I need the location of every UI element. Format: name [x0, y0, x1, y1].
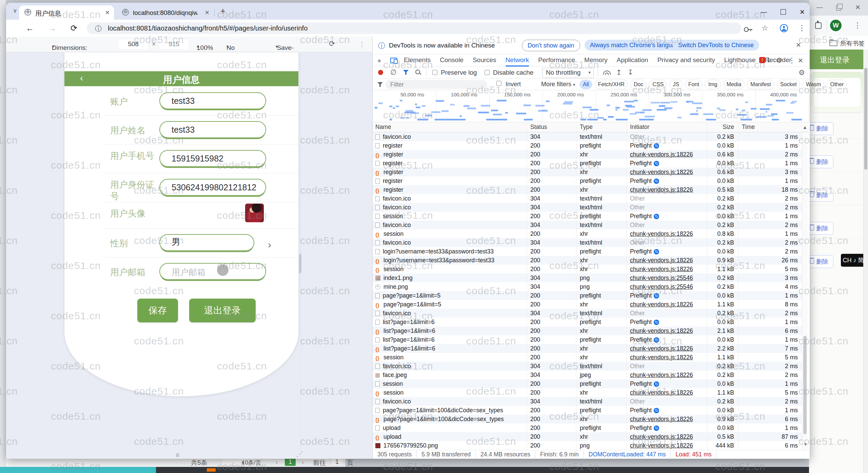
filter-toggle-icon[interactable]: [403, 70, 409, 75]
network-request-row[interactable]: register 200 xhr chunk-vendors.js:18226 …: [373, 168, 802, 176]
request-initiator-cell[interactable]: chunk-vendors.js:18226: [627, 300, 707, 309]
request-initiator-cell[interactable]: Other: [627, 132, 707, 141]
request-name-cell[interactable]: session: [373, 229, 527, 238]
viewport-width-input[interactable]: 508: [119, 39, 148, 49]
request-initiator-cell[interactable]: chunk-vendors.js:18226: [627, 326, 707, 335]
request-initiator-cell[interactable]: chunk-vendors.js:25546: [627, 282, 707, 291]
filter-chip[interactable]: Font: [685, 80, 703, 89]
name-input[interactable]: test33: [159, 121, 266, 138]
more-filters-button[interactable]: More filters ▾: [541, 81, 575, 88]
delete-button[interactable]: 删除: [806, 222, 833, 235]
filter-chip[interactable]: Fetch/XHR: [595, 80, 628, 89]
network-request-row[interactable]: index1.png 304 png chunk-vendors.js:2554…: [373, 273, 802, 282]
extensions-icon[interactable]: [815, 22, 822, 29]
preserve-log-checkbox[interactable]: [432, 70, 437, 75]
user-avatar-image[interactable]: [245, 204, 264, 222]
tab-user-info[interactable]: 用户信息 ✕: [19, 5, 114, 20]
network-request-row[interactable]: favicon.ico 304 text/html Other 0.2 kB 2…: [373, 203, 802, 212]
network-request-row[interactable]: mine.png 304 png chunk-vendors.js:25546 …: [373, 282, 802, 291]
network-request-row[interactable]: favicon.ico 304 text/html Other 0.2 kB 2…: [373, 397, 802, 406]
request-name-cell[interactable]: register: [373, 176, 527, 185]
devtools-tab[interactable]: Elements: [404, 54, 431, 67]
request-name-cell[interactable]: session: [373, 388, 527, 397]
network-request-row[interactable]: page?page=1&limit=100&dicCode=sex_types …: [373, 406, 802, 415]
email-input[interactable]: 用户邮箱: [159, 263, 266, 280]
network-request-row[interactable]: favicon.ico 304 text/html Other 0.2 kB 3…: [373, 132, 802, 141]
request-initiator-cell[interactable]: chunk-vendors.js:18226: [627, 265, 707, 273]
request-name-cell[interactable]: register: [373, 159, 527, 168]
request-name-cell[interactable]: favicon.ico: [373, 309, 527, 318]
request-name-cell[interactable]: list?page=1&limit=6: [373, 318, 527, 326]
request-name-cell[interactable]: list?page=1&limit=6: [373, 344, 527, 353]
devtools-tab[interactable]: Application: [617, 54, 648, 67]
devtools-tab[interactable]: Memory: [584, 54, 608, 67]
network-request-row[interactable]: register 200 preflight Preflight 0.0 kB …: [373, 141, 802, 150]
goto-page-input[interactable]: 1: [331, 458, 343, 466]
delete-button[interactable]: 删除: [806, 122, 833, 135]
rotate-viewport-icon[interactable]: ⟳: [329, 39, 335, 48]
network-request-row[interactable]: list?page=1&limit=6 200 preflight Prefli…: [373, 335, 802, 344]
column-type[interactable]: Type: [576, 122, 627, 132]
request-initiator-cell[interactable]: Preflight: [627, 335, 707, 344]
scrollbar-thumb[interactable]: [864, 68, 867, 170]
devtools-tab[interactable]: Network: [506, 54, 529, 67]
network-timeline-overview[interactable]: 50,000 ms100,000 ms150,000 ms200,000 ms2…: [373, 90, 810, 122]
network-request-row[interactable]: page?page=1&limit=5 200 preflight Prefli…: [373, 291, 802, 300]
column-initiator[interactable]: Initiator: [627, 122, 707, 132]
request-initiator-cell[interactable]: chunk-vendors.js:18226: [627, 353, 707, 362]
error-badge-icon[interactable]: !: [759, 57, 765, 63]
request-initiator-cell[interactable]: Preflight: [627, 406, 707, 415]
network-request-row[interactable]: login?username=test33&password=test33 20…: [373, 256, 802, 265]
request-name-cell[interactable]: login?username=test33&password=test33: [373, 256, 527, 265]
column-size[interactable]: Size: [707, 122, 738, 132]
request-name-cell[interactable]: register: [373, 168, 527, 176]
request-initiator-cell[interactable]: chunk-vendors.js:18226: [627, 168, 707, 176]
request-name-cell[interactable]: session: [373, 212, 527, 221]
request-initiator-cell[interactable]: chunk-vendors.js:18226: [627, 344, 707, 353]
column-name[interactable]: Name: [373, 122, 527, 132]
column-status[interactable]: Status: [527, 122, 576, 132]
filter-chip[interactable]: Media: [723, 80, 745, 89]
network-request-row[interactable]: favicon.ico 304 text/html Other 0.2 kB 2…: [373, 194, 802, 203]
search-icon[interactable]: [415, 70, 420, 74]
filter-input[interactable]: Filter: [386, 80, 487, 89]
devtools-tab[interactable]: Sources: [473, 54, 496, 67]
network-request-row[interactable]: login?username=test33&password=test33 20…: [373, 247, 802, 256]
dont-show-again-button[interactable]: Don't show again: [522, 40, 580, 51]
throttling-dropdown[interactable]: No throttling▾: [542, 68, 594, 78]
request-initiator-cell[interactable]: chunk-vendors.js:18226: [627, 150, 707, 159]
network-request-row[interactable]: session 200 xhr chunk-vendors.js:18226 1…: [373, 388, 802, 397]
filter-chip[interactable]: Img: [705, 80, 721, 89]
filter-chip[interactable]: CSS: [649, 80, 667, 89]
filter-chip[interactable]: JS: [669, 80, 683, 89]
network-request-row[interactable]: 1765679799250.png 200 png chunk-vendors.…: [373, 441, 802, 450]
request-initiator-cell[interactable]: Preflight: [627, 212, 707, 221]
filter-chip[interactable]: Wasm: [803, 80, 825, 89]
clear-icon[interactable]: ∅: [390, 68, 396, 76]
request-initiator-cell[interactable]: chunk-vendors.js:25546: [627, 273, 707, 282]
network-request-row[interactable]: session 200 preflight Preflight 0.0 kB 1…: [373, 379, 802, 388]
request-name-cell[interactable]: favicon.ico: [373, 362, 527, 371]
network-request-row[interactable]: register 200 xhr chunk-vendors.js:18226 …: [373, 150, 802, 159]
request-name-cell[interactable]: index1.png: [373, 273, 527, 282]
all-bookmarks-label[interactable]: 所有书签: [840, 39, 865, 48]
request-name-cell[interactable]: favicon.ico: [373, 221, 527, 229]
request-initiator-cell[interactable]: Other: [627, 194, 707, 203]
ime-indicator[interactable]: CH ♪ 简: [841, 254, 866, 267]
idcard-input[interactable]: 530624199802121812: [159, 179, 266, 196]
device-toolbar-toggle-icon[interactable]: [390, 58, 397, 63]
bookmark-star-icon[interactable]: ☆: [762, 24, 768, 33]
export-har-icon[interactable]: ↧: [628, 68, 633, 76]
request-name-cell[interactable]: upload: [373, 432, 527, 441]
disable-cache-checkbox[interactable]: [485, 70, 490, 75]
request-name-cell[interactable]: session: [373, 379, 527, 388]
request-name-cell[interactable]: mine.png: [373, 282, 527, 291]
save-button[interactable]: 保存: [137, 299, 178, 322]
request-name-cell[interactable]: session: [373, 353, 527, 362]
prev-page-button[interactable]: ‹: [276, 458, 278, 466]
request-initiator-cell[interactable]: Preflight: [627, 159, 707, 168]
request-name-cell[interactable]: list?page=1&limit=6: [373, 326, 527, 335]
devtools-tab[interactable]: Privacy and security: [657, 54, 715, 67]
request-initiator-cell[interactable]: Preflight: [627, 247, 707, 256]
delete-button[interactable]: 删除: [806, 255, 833, 268]
